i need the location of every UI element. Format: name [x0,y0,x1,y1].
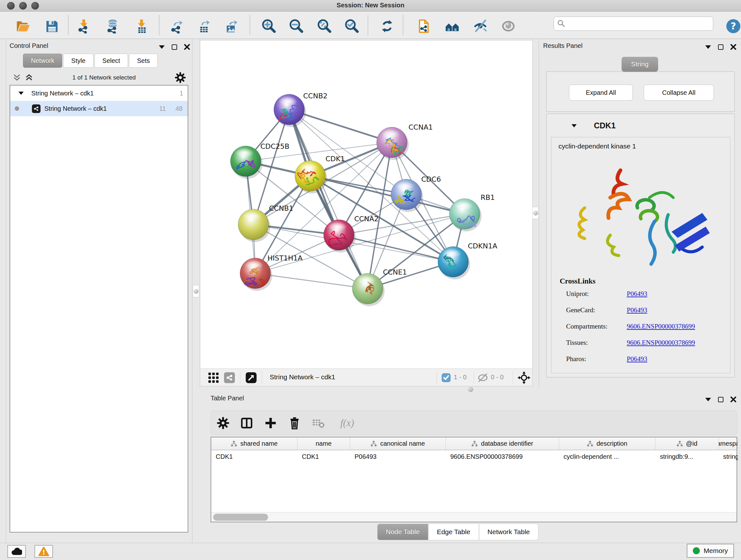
close-panel-icon[interactable] [731,44,736,50]
fit-content-crosshair-icon[interactable] [518,371,530,384]
warnings-button[interactable] [35,545,53,558]
network-node-CCNE1[interactable] [352,273,385,306]
zoom-out-button[interactable] [288,18,305,35]
network-node-RB1[interactable] [449,199,482,232]
horizontal-splitter-handle[interactable] [468,387,473,392]
network-graph[interactable]: CCNB2CCNA1CDC25BCDK1CDC6RB1CCNB1CCNA2CDK… [200,41,532,368]
column-header-description[interactable]: description [559,437,656,450]
add-column-button[interactable] [263,415,278,431]
horizontal-scrollbar[interactable] [211,512,737,522]
tab-network[interactable]: Network [23,54,62,68]
refresh-button[interactable] [379,18,395,35]
left-splitter-handle[interactable] [193,285,199,297]
tab-network-table[interactable]: Network Table [479,523,539,540]
node-label-CCNB2: CCNB2 [303,92,327,100]
apply-function-button[interactable]: f(x) [336,415,358,431]
column-header-id[interactable]: @id [656,437,719,450]
float-panel-icon[interactable] [718,397,724,402]
network-node-CDC6[interactable] [391,179,423,212]
tab-style[interactable]: Style [63,54,93,68]
crosslink-uniprot-link[interactable]: P06493 [627,290,647,298]
open-file-button[interactable] [14,18,31,35]
table-cell[interactable]: 9606.ENSP00000378699 [446,450,559,463]
crosslink-compartments-link[interactable]: 9606.ENSP00000378699 [627,322,695,330]
export-table-button[interactable] [196,18,212,35]
tab-node-table[interactable]: Node Table [377,523,428,540]
import-network-file-button[interactable] [76,18,92,35]
network-tree-root-row[interactable]: String Network – cdk1 1 [10,85,188,101]
collapse-panel-icon[interactable] [705,398,711,401]
network-node-CDC25B[interactable] [230,146,263,179]
float-panel-icon[interactable] [718,44,724,50]
table-row[interactable]: CDK1CDK1P064939606.ENSP00000378699cyclin… [211,450,737,463]
help-button[interactable]: ? [725,18,741,35]
selected-checkbox-icon[interactable] [442,373,451,382]
new-network-from-selection-button[interactable] [415,18,432,35]
expand-all-icon[interactable] [25,74,33,81]
show-all-button[interactable] [500,18,517,35]
table-cell[interactable]: stringdb [719,450,738,463]
birds-eye-view-button[interactable] [207,371,220,384]
table-cell[interactable]: CDK1 [297,450,350,463]
table-settings-button[interactable] [215,415,231,431]
network-canvas[interactable]: CCNB2CCNA1CDC25BCDK1CDC6RB1CCNB1CCNA2CDK… [200,41,532,368]
tab-edge-table[interactable]: Edge Table [428,523,479,540]
column-header-name[interactable]: name [297,437,350,450]
network-type-button[interactable] [223,371,236,384]
column-header-canonicalname[interactable]: canonical name [350,437,446,450]
float-panel-icon[interactable] [172,44,177,50]
zoom-in-button[interactable] [261,18,277,35]
expand-all-button[interactable]: Expand All [569,84,633,101]
edge-CCNA2-CDKN1A[interactable] [339,235,453,262]
network-node-CDKN1A[interactable] [438,246,470,279]
tab-string[interactable]: String [622,57,658,71]
memory-button[interactable]: Memory [687,544,734,558]
table-cell[interactable]: stringdb:9... [656,450,719,463]
network-node-CCNA2[interactable] [324,220,356,253]
node-expander-icon[interactable] [571,124,577,127]
collapse-all-icon[interactable] [13,74,21,81]
delete-table-button[interactable] [311,415,326,431]
network-node-CDK1[interactable] [295,161,327,193]
tab-sets[interactable]: Sets [129,54,158,68]
table-cell[interactable]: cyclin-dependent ... [559,450,656,463]
open-in-window-button[interactable] [245,371,258,384]
import-table-button[interactable] [133,18,150,35]
column-header-databaseidentifier[interactable]: database identifier [446,437,559,450]
crosslink-tissues-link[interactable]: 9606.ENSP00000378699 [627,339,695,347]
cloud-status-button[interactable] [7,545,26,558]
network-node-CCNA1[interactable] [377,127,409,160]
tree-expander-icon[interactable] [18,91,23,95]
save-session-button[interactable] [44,18,60,35]
column-header-sharedname[interactable]: shared name [211,437,297,450]
tab-select[interactable]: Select [94,54,128,68]
column-header-namespace[interactable]: namespace [719,437,738,450]
export-image-button[interactable] [223,18,239,35]
close-panel-icon[interactable] [731,396,736,402]
close-panel-icon[interactable] [184,44,190,50]
image-export-icon [224,19,239,34]
right-splitter-handle[interactable] [532,207,539,219]
zoom-selected-button[interactable] [344,18,360,35]
collapse-panel-icon[interactable] [159,45,165,49]
hide-selected-button[interactable] [472,18,488,35]
gear-icon[interactable] [175,72,186,83]
export-network-button[interactable] [169,18,185,35]
crosslink-pharos-link[interactable]: P06493 [627,355,647,363]
delete-column-button[interactable] [287,415,302,431]
zoom-fit-button[interactable] [316,18,333,35]
import-network-database-button[interactable] [105,18,121,35]
collapse-all-button[interactable]: Collapse All [644,84,714,101]
network-node-HIST1H1A[interactable] [240,258,272,291]
first-neighbors-button[interactable] [444,18,461,35]
network-tree-item-row[interactable]: String Network – cdk1 11 48 [10,101,188,116]
edge-CDK1-RB1[interactable] [310,176,465,214]
table-cell[interactable]: P06493 [350,450,446,463]
scrollbar-thumb[interactable] [213,514,268,521]
select-columns-button[interactable] [239,415,254,431]
collapse-panel-icon[interactable] [705,45,711,49]
search-input[interactable] [565,18,713,29]
table-cell[interactable]: CDK1 [211,450,297,463]
results-node-box: CDK1 cyclin-dependent kinase 1 [546,114,735,377]
crosslink-genecard-link[interactable]: P06493 [627,306,647,314]
